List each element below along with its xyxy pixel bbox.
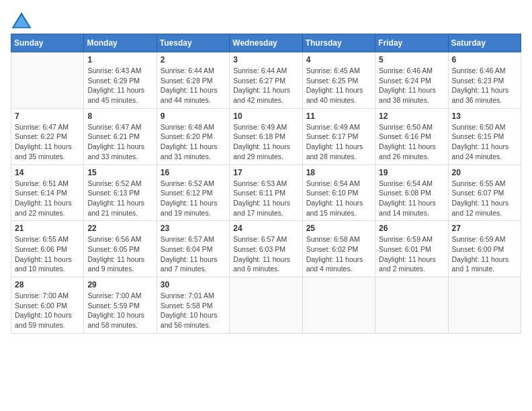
day-number: 13 <box>452 111 517 121</box>
weekday-header-saturday: Saturday <box>448 34 521 52</box>
day-info: Sunrise: 6:43 AMSunset: 6:29 PMDaylight:… <box>87 66 152 105</box>
day-number: 2 <box>161 55 226 64</box>
calendar-cell: 23Sunrise: 6:57 AMSunset: 6:04 PMDayligh… <box>157 221 229 277</box>
day-number: 8 <box>87 111 152 121</box>
day-number: 12 <box>379 111 444 121</box>
day-info: Sunrise: 6:48 AMSunset: 6:20 PMDaylight:… <box>161 122 226 162</box>
calendar-cell: 5Sunrise: 6:46 AMSunset: 6:24 PMDaylight… <box>375 52 448 109</box>
day-number: 6 <box>452 55 517 64</box>
day-info: Sunrise: 6:47 AMSunset: 6:22 PMDaylight:… <box>15 122 80 162</box>
day-info: Sunrise: 6:47 AMSunset: 6:21 PMDaylight:… <box>87 122 152 162</box>
day-info: Sunrise: 7:00 AMSunset: 6:00 PMDaylight:… <box>15 291 80 330</box>
day-info: Sunrise: 6:49 AMSunset: 6:18 PMDaylight:… <box>233 122 298 162</box>
calendar-cell: 8Sunrise: 6:47 AMSunset: 6:21 PMDaylight… <box>84 108 157 165</box>
weekday-header-wednesday: Wednesday <box>230 34 302 52</box>
calendar-cell: 7Sunrise: 6:47 AMSunset: 6:22 PMDaylight… <box>11 108 84 165</box>
calendar-cell: 29Sunrise: 7:00 AMSunset: 5:59 PMDayligh… <box>84 277 157 334</box>
day-info: Sunrise: 6:52 AMSunset: 6:12 PMDaylight:… <box>161 179 226 218</box>
day-number: 17 <box>233 168 298 177</box>
day-number: 22 <box>87 224 152 233</box>
calendar-cell: 1Sunrise: 6:43 AMSunset: 6:29 PMDaylight… <box>84 52 157 109</box>
day-info: Sunrise: 6:57 AMSunset: 6:03 PMDaylight:… <box>233 234 298 274</box>
day-info: Sunrise: 6:59 AMSunset: 6:01 PMDaylight:… <box>379 234 444 274</box>
calendar-cell: 27Sunrise: 6:59 AMSunset: 6:00 PMDayligh… <box>448 221 521 277</box>
day-number: 24 <box>233 224 298 233</box>
weekday-header-monday: Monday <box>84 34 157 52</box>
day-info: Sunrise: 6:45 AMSunset: 6:25 PMDaylight:… <box>306 66 371 105</box>
calendar-cell: 15Sunrise: 6:52 AMSunset: 6:13 PMDayligh… <box>84 165 157 221</box>
day-info: Sunrise: 6:53 AMSunset: 6:11 PMDaylight:… <box>233 179 298 218</box>
calendar-cell: 26Sunrise: 6:59 AMSunset: 6:01 PMDayligh… <box>375 221 448 277</box>
calendar-cell <box>11 52 84 109</box>
day-info: Sunrise: 6:49 AMSunset: 6:17 PMDaylight:… <box>306 122 371 162</box>
calendar-cell: 20Sunrise: 6:55 AMSunset: 6:07 PMDayligh… <box>448 165 521 221</box>
day-number: 18 <box>306 168 371 177</box>
day-info: Sunrise: 6:54 AMSunset: 6:08 PMDaylight:… <box>379 179 444 218</box>
day-number: 19 <box>379 168 444 177</box>
calendar-cell: 3Sunrise: 6:44 AMSunset: 6:27 PMDaylight… <box>230 52 302 109</box>
day-info: Sunrise: 6:50 AMSunset: 6:16 PMDaylight:… <box>379 122 444 162</box>
calendar-cell: 11Sunrise: 6:49 AMSunset: 6:17 PMDayligh… <box>302 108 375 165</box>
calendar-cell: 9Sunrise: 6:48 AMSunset: 6:20 PMDaylight… <box>157 108 229 165</box>
calendar-cell: 4Sunrise: 6:45 AMSunset: 6:25 PMDaylight… <box>302 52 375 109</box>
day-number: 20 <box>452 168 517 177</box>
calendar-cell: 25Sunrise: 6:58 AMSunset: 6:02 PMDayligh… <box>302 221 375 277</box>
day-info: Sunrise: 6:55 AMSunset: 6:06 PMDaylight:… <box>15 234 80 274</box>
page-header <box>11 11 521 30</box>
weekday-header-thursday: Thursday <box>302 34 375 52</box>
logo-icon <box>11 11 32 30</box>
calendar-week-row: 7Sunrise: 6:47 AMSunset: 6:22 PMDaylight… <box>11 108 521 165</box>
day-info: Sunrise: 6:52 AMSunset: 6:13 PMDaylight:… <box>87 179 152 218</box>
logo <box>11 11 35 30</box>
calendar-cell <box>448 277 521 334</box>
day-number: 15 <box>87 168 152 177</box>
calendar-cell: 2Sunrise: 6:44 AMSunset: 6:28 PMDaylight… <box>157 52 229 109</box>
calendar-cell <box>230 277 302 334</box>
day-number: 23 <box>161 224 226 233</box>
day-info: Sunrise: 6:46 AMSunset: 6:23 PMDaylight:… <box>452 66 517 105</box>
calendar-cell: 10Sunrise: 6:49 AMSunset: 6:18 PMDayligh… <box>230 108 302 165</box>
calendar-week-row: 28Sunrise: 7:00 AMSunset: 6:00 PMDayligh… <box>11 277 521 334</box>
day-number: 4 <box>306 55 371 64</box>
day-info: Sunrise: 6:57 AMSunset: 6:04 PMDaylight:… <box>161 234 226 274</box>
day-info: Sunrise: 6:59 AMSunset: 6:00 PMDaylight:… <box>452 234 517 274</box>
day-info: Sunrise: 6:44 AMSunset: 6:28 PMDaylight:… <box>161 66 226 105</box>
calendar-cell <box>375 277 448 334</box>
day-number: 5 <box>379 55 444 64</box>
calendar-cell: 22Sunrise: 6:56 AMSunset: 6:05 PMDayligh… <box>84 221 157 277</box>
day-number: 26 <box>379 224 444 233</box>
day-info: Sunrise: 6:46 AMSunset: 6:24 PMDaylight:… <box>379 66 444 105</box>
calendar-week-row: 21Sunrise: 6:55 AMSunset: 6:06 PMDayligh… <box>11 221 521 277</box>
day-number: 3 <box>233 55 298 64</box>
day-info: Sunrise: 6:51 AMSunset: 6:14 PMDaylight:… <box>15 179 80 218</box>
calendar-cell: 28Sunrise: 7:00 AMSunset: 6:00 PMDayligh… <box>11 277 84 334</box>
day-number: 27 <box>452 224 517 233</box>
calendar-cell: 18Sunrise: 6:54 AMSunset: 6:10 PMDayligh… <box>302 165 375 221</box>
weekday-header-sunday: Sunday <box>11 34 84 52</box>
day-number: 16 <box>161 168 226 177</box>
day-number: 7 <box>15 111 80 121</box>
calendar-week-row: 1Sunrise: 6:43 AMSunset: 6:29 PMDaylight… <box>11 52 521 109</box>
weekday-header-tuesday: Tuesday <box>157 34 229 52</box>
calendar-cell: 19Sunrise: 6:54 AMSunset: 6:08 PMDayligh… <box>375 165 448 221</box>
weekday-header-friday: Friday <box>375 34 448 52</box>
day-info: Sunrise: 6:50 AMSunset: 6:15 PMDaylight:… <box>452 122 517 162</box>
calendar-cell: 24Sunrise: 6:57 AMSunset: 6:03 PMDayligh… <box>230 221 302 277</box>
day-number: 28 <box>15 280 80 289</box>
day-info: Sunrise: 6:55 AMSunset: 6:07 PMDaylight:… <box>452 179 517 218</box>
calendar-header-row: SundayMondayTuesdayWednesdayThursdayFrid… <box>11 34 521 52</box>
day-info: Sunrise: 7:01 AMSunset: 5:58 PMDaylight:… <box>161 291 226 330</box>
day-info: Sunrise: 6:56 AMSunset: 6:05 PMDaylight:… <box>87 234 152 274</box>
calendar-cell <box>302 277 375 334</box>
calendar-cell: 21Sunrise: 6:55 AMSunset: 6:06 PMDayligh… <box>11 221 84 277</box>
calendar-cell: 17Sunrise: 6:53 AMSunset: 6:11 PMDayligh… <box>230 165 302 221</box>
calendar-table: SundayMondayTuesdayWednesdayThursdayFrid… <box>11 34 521 334</box>
calendar-cell: 12Sunrise: 6:50 AMSunset: 6:16 PMDayligh… <box>375 108 448 165</box>
day-number: 25 <box>306 224 371 233</box>
day-number: 10 <box>233 111 298 121</box>
day-number: 1 <box>87 55 152 64</box>
day-number: 30 <box>161 280 226 289</box>
day-number: 29 <box>87 280 152 289</box>
day-number: 11 <box>306 111 371 121</box>
day-number: 21 <box>15 224 80 233</box>
